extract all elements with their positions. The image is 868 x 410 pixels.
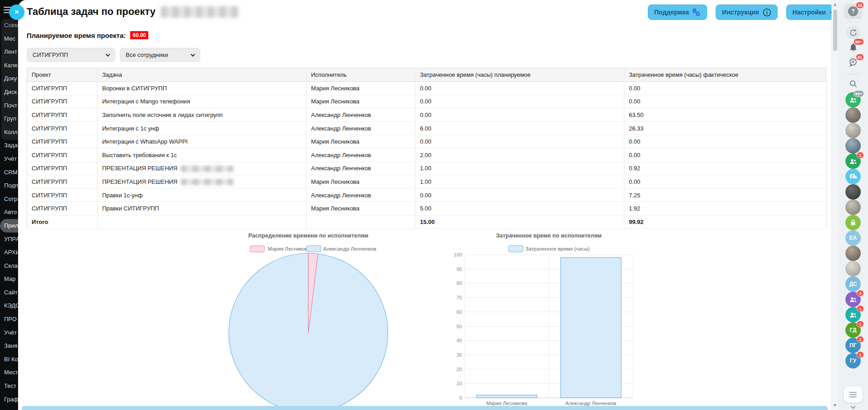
- project-cell: СИТИГРУПП: [27, 82, 98, 95]
- sidebar-item[interactable]: Мар: [0, 272, 18, 286]
- notification-badge: 1: [857, 321, 864, 327]
- history-button[interactable]: [845, 25, 861, 40]
- sidebar-item[interactable]: Диск: [0, 85, 18, 99]
- chat-avatar[interactable]: 1: [845, 307, 861, 322]
- planned-cell: 0.00: [415, 95, 624, 108]
- help-button[interactable]: ?15: [845, 4, 861, 19]
- instruction-button[interactable]: Инструкция: [716, 5, 778, 20]
- table-row: СИТИГРУППВыставить требования к 1сАлекса…: [27, 148, 826, 162]
- sidebar-item[interactable]: Подп: [0, 179, 18, 192]
- chat-avatar[interactable]: [845, 169, 861, 184]
- chat-avatar[interactable]: [845, 200, 861, 215]
- sidebar-item[interactable]: Онл: [0, 406, 18, 410]
- task-cell: Правки СИТИГРУПП: [98, 202, 307, 215]
- sidebar-item[interactable]: Груп: [0, 112, 18, 126]
- search-button[interactable]: [845, 77, 861, 92]
- sidebar-item[interactable]: Кале: [0, 59, 18, 72]
- sidebar-item[interactable]: КЭДО: [0, 299, 18, 312]
- employee-filter-select[interactable]: Все сотрудники: [120, 48, 200, 62]
- sidebar-item[interactable]: Скла: [0, 259, 18, 273]
- sidebar-item[interactable]: Граф: [0, 393, 18, 406]
- search-icon: [849, 79, 858, 90]
- scrollbar-thumb[interactable]: [833, 9, 837, 51]
- notification-badge: 99+: [854, 90, 864, 97]
- sidebar-item[interactable]: Зада: [0, 139, 18, 152]
- sidebar-item[interactable]: Сотр: [0, 192, 18, 206]
- app-window: СовмМесЛентКалеДокуДискПочтГрупКоллЗадаУ…: [0, 0, 868, 410]
- chat-avatar[interactable]: ЕА: [845, 230, 861, 246]
- left-sidebar: СовмМесЛентКалеДокуДискПочтГрупКоллЗадаУ…: [0, 0, 18, 410]
- total-label-cell: Итого: [27, 215, 98, 228]
- chat-avatar[interactable]: ГД1: [845, 322, 861, 338]
- chats-button[interactable]: 61: [845, 56, 861, 71]
- sidebar-item[interactable]: Учёт: [0, 326, 18, 340]
- planned-cell: 0.00: [415, 108, 624, 122]
- chat-avatar[interactable]: [845, 123, 861, 138]
- chat-avatar[interactable]: [845, 215, 861, 230]
- bar-chart-svg: Затраченное время по исполнителям Затрач…: [452, 228, 660, 410]
- assignee-cell: Александр Ленченков: [307, 188, 415, 202]
- support-button[interactable]: Поддержка BG: [648, 5, 707, 20]
- page-title: Таблица задач по проекту: [27, 6, 239, 18]
- bar-legend-item[interactable]: [509, 246, 523, 252]
- legend-label: Александр Ленченков: [323, 246, 376, 252]
- sidebar-item[interactable]: BI Ко: [0, 353, 18, 366]
- chat-avatar[interactable]: 2: [845, 292, 861, 307]
- blurred-project-name: [161, 6, 239, 18]
- table-row: СИТИГРУППИнтеграция с WhatsApp WAPPIМари…: [27, 135, 826, 149]
- chat-avatar[interactable]: [845, 107, 861, 123]
- sidebar-item[interactable]: УПРА: [0, 233, 18, 246]
- chat-avatar[interactable]: [845, 261, 861, 276]
- sidebar-item[interactable]: Мес: [0, 32, 18, 46]
- table-row: СИТИГРУППВоронки в СИТИГРУППМария Лесник…: [27, 82, 826, 95]
- sidebar-item[interactable]: АРХИ: [0, 246, 18, 259]
- info-icon: [763, 8, 771, 17]
- planned-time-label: Планируемое время проекта:: [27, 32, 126, 39]
- sidebar-item[interactable]: Совм: [0, 19, 18, 32]
- chat-avatar[interactable]: 99+: [845, 92, 861, 107]
- sidebar-item[interactable]: Заня: [0, 339, 18, 353]
- bar-1[interactable]: [561, 257, 621, 398]
- planned-cell: 1.00: [415, 162, 624, 175]
- sidebar-item[interactable]: Прил: [0, 219, 18, 233]
- sidebar-item[interactable]: Сайт: [0, 286, 18, 299]
- chat-avatar[interactable]: ДС: [845, 276, 861, 292]
- bar-0[interactable]: [476, 395, 537, 398]
- chat-avatar[interactable]: ПГ1: [845, 338, 861, 353]
- notifications-button[interactable]: 99+: [845, 40, 861, 56]
- actual-cell: 26.33: [624, 121, 826, 135]
- sidebar-item[interactable]: Колл: [0, 126, 18, 139]
- y-tick-label: 10: [457, 381, 462, 386]
- project-filter-value: СИТИГРУПП: [33, 51, 68, 58]
- chat-avatar[interactable]: 1: [845, 154, 861, 169]
- sidebar-item[interactable]: Авто: [0, 205, 18, 219]
- project-filter-select[interactable]: СИТИГРУПП: [27, 48, 115, 62]
- sidebar-item[interactable]: Мест: [0, 366, 18, 379]
- sidebar-item[interactable]: Доку: [0, 72, 18, 85]
- people-icon: [849, 310, 858, 320]
- rail-menu-button[interactable]: [844, 387, 863, 403]
- chat-avatar[interactable]: [845, 246, 861, 261]
- chat-avatar[interactable]: [845, 184, 861, 200]
- y-tick-label: 60: [457, 309, 462, 315]
- sidebar-item[interactable]: Тест: [0, 379, 18, 393]
- legend-item-alexandr[interactable]: [307, 246, 321, 252]
- task-cell: ПРЕЗЕНТАЦИЯ РЕШЕНИЯ: [98, 162, 307, 175]
- sidebar-item[interactable]: Учёт: [0, 152, 18, 166]
- vertical-scrollbar[interactable]: [831, 0, 838, 410]
- scrollbar-down-arrow[interactable]: [833, 404, 837, 407]
- close-slider-button[interactable]: ×: [9, 5, 24, 20]
- y-tick-label: 20: [457, 367, 462, 372]
- notification-badge: 99+: [854, 38, 864, 45]
- legend-item-maria[interactable]: [250, 246, 264, 252]
- rail-scroll-down-icon[interactable]: [850, 404, 855, 409]
- chat-avatar[interactable]: [845, 138, 861, 154]
- sidebar-item[interactable]: CRM: [0, 166, 18, 179]
- sidebar-item[interactable]: Лент: [0, 45, 18, 59]
- chat-avatar[interactable]: ГУ1: [845, 353, 861, 368]
- sidebar-item[interactable]: ПРО: [0, 312, 18, 326]
- notification-badge: 1: [857, 152, 864, 158]
- rail-divider: [846, 22, 860, 22]
- scrollbar-up-arrow[interactable]: [833, 3, 837, 6]
- sidebar-item[interactable]: Почт: [0, 99, 18, 112]
